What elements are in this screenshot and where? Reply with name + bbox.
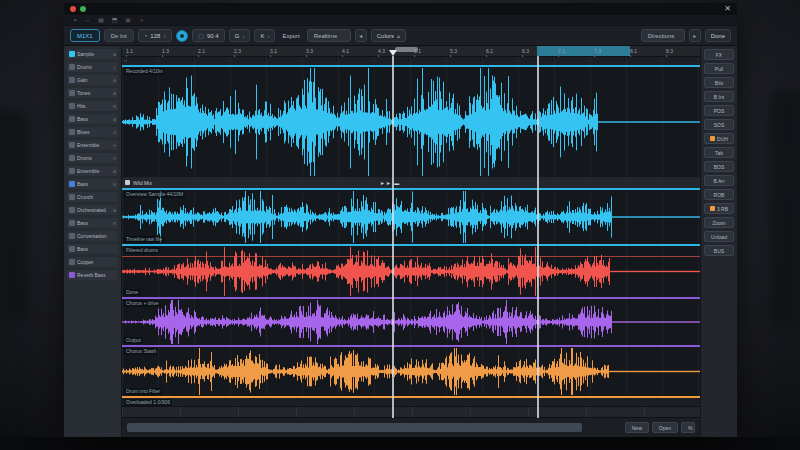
sidebar-item-tones[interactable]: TonesA (66, 87, 119, 99)
track-clip-top-label: Chorus + drive (124, 300, 161, 307)
toolbar-mini-icon[interactable]: ⊞ (125, 17, 130, 23)
window-close-dot[interactable] (70, 6, 76, 12)
quick-icon-row: ▪↔▤⬒⊞＋ (64, 15, 737, 26)
sidebar-item-sample[interactable]: SampleA (66, 48, 119, 60)
sidebar-item-bass[interactable]: BassB (66, 178, 119, 190)
sidebar-item-bass[interactable]: BassA (66, 113, 119, 125)
rail-button-pull[interactable]: Pull (704, 63, 734, 74)
directions-button[interactable]: Directions (641, 29, 685, 42)
horizontal-scrollbar[interactable] (127, 423, 582, 432)
sidebar-item-drums[interactable]: DrumsC (66, 61, 119, 73)
toolbar-mini-icon[interactable]: ▪ (74, 17, 76, 23)
rail-button-label: Bits (715, 80, 723, 86)
ruler-tick-label: 5.1 (414, 48, 421, 54)
track-clip-top-label: Filtered drums (124, 247, 160, 254)
track-clip-orange[interactable]: Chorus Stash Drum into Filter (122, 347, 700, 398)
track-clip-cyan[interactable]: Overview Sample 44/10M Timeline raw file (122, 190, 700, 246)
rail-button-3-rb[interactable]: 3 RB (704, 203, 734, 214)
directions-expand-button[interactable]: ▸ (689, 29, 701, 42)
instrument-icon (69, 272, 75, 278)
waveform-graphic (122, 67, 700, 177)
scale-select[interactable]: K › (254, 29, 275, 42)
sidebar-item-drums[interactable]: DrumsD (66, 152, 119, 164)
open-button[interactable]: Open (652, 422, 678, 433)
track-clip-purple[interactable]: Chorus + drive Output (122, 299, 700, 347)
rail-button-fx[interactable]: FX (704, 49, 734, 60)
sidebar-item-shortcut: C (113, 65, 116, 70)
tempo-stepper-icon[interactable]: ↕ (163, 33, 166, 39)
rail-button-tab[interactable]: Tab (704, 147, 734, 158)
sidebar-item-conversation[interactable]: Conversation (66, 230, 119, 242)
sidebar-item-ensemble[interactable]: EnsembleG (66, 139, 119, 151)
instrument-icon (69, 90, 75, 96)
tempo-control[interactable]: ◔ 128 ↕ (138, 29, 173, 42)
sidebar-item-bass[interactable]: Bass (66, 243, 119, 255)
sidebar-item-shortcut: A (113, 78, 116, 83)
sidebar-item-reverb-bass[interactable]: Reverb Bass (66, 269, 119, 281)
window-minimize-dot[interactable] (80, 6, 86, 12)
sidebar-item-orchestrated[interactable]: OrchestratedA (66, 204, 119, 216)
export-button[interactable]: Export (279, 33, 302, 39)
tab-mix[interactable]: M1X1 (70, 29, 100, 42)
colors-button[interactable]: Colors ▴ (371, 29, 406, 42)
sidebar-item-gain[interactable]: GainA (66, 74, 119, 86)
toolbar-mini-icon[interactable]: ↔ (84, 17, 90, 23)
sidebar-item-shortcut: A (113, 91, 116, 96)
instrument-icon (69, 155, 75, 161)
rail-button-sos[interactable]: SOS (704, 119, 734, 130)
instrument-icon (69, 194, 75, 200)
rail-button-pos[interactable]: POS (704, 105, 734, 116)
sidebar-item-bass[interactable]: BassR (66, 217, 119, 229)
realtime-mode-button[interactable]: ◂ (355, 29, 367, 42)
toolbar-mini-icon[interactable]: ⬒ (112, 17, 118, 23)
track-group-header[interactable]: Wild Mix ►► ▬ (122, 177, 700, 190)
rail-button-rob[interactable]: ROB (704, 189, 734, 200)
toolbar-mini-icon[interactable]: ＋ (139, 17, 145, 23)
rail-button-b-arr[interactable]: B Arr (704, 175, 734, 186)
rail-button-bits[interactable]: Bits (704, 77, 734, 88)
sidebar-item-hits[interactable]: HitsB (66, 100, 119, 112)
scene-row[interactable]: ⌗ (122, 57, 700, 65)
playback-mini-icons[interactable]: ►► ▬ (380, 180, 400, 186)
transport-toolbar: M1X1 De Int ◔ 128 ↕ ▢ 90.4 G ‹ K › Expor… (64, 26, 737, 46)
main-waveform-clip[interactable]: Recorded 4/10m (122, 65, 700, 177)
rail-button-zoom[interactable]: Zoom (704, 217, 734, 228)
timeline-ruler[interactable]: 1.11.32.12.33.13.34.14.35.15.36.16.37.17… (122, 46, 700, 57)
ruler-tick-label: 6.3 (522, 48, 529, 54)
sidebar-item-label: Bass (77, 116, 111, 122)
track-clip-bottom-label: Timeline raw file (124, 236, 164, 243)
instrument-icon (69, 233, 75, 239)
time-display[interactable]: ▢ 90.4 (192, 29, 224, 42)
rail-button-unload[interactable]: Unload (704, 231, 734, 242)
instrument-icon (69, 64, 75, 70)
realtime-field[interactable]: Realtime (307, 29, 351, 42)
loop-button[interactable] (176, 30, 188, 42)
rail-button-b-int[interactable]: B Int (704, 91, 734, 102)
instrument-icon (69, 103, 75, 109)
sidebar-item-shortcut: A (113, 169, 116, 174)
colors-arrow-icon: ▴ (397, 32, 400, 39)
ruler-tick-label: 8.3 (666, 48, 673, 54)
sidebar-item-copper[interactable]: Copper (66, 256, 119, 268)
sidebar-item-blues[interactable]: BluesG (66, 126, 119, 138)
new-button[interactable]: New (625, 422, 649, 433)
sidebar-item-label: Hits (77, 103, 111, 109)
rail-button-duh[interactable]: DUH (704, 133, 734, 144)
rail-button-bus[interactable]: BUS (704, 245, 734, 256)
track-clip-red[interactable]: Filtered drums Done (122, 246, 700, 299)
ruler-loop-selection[interactable] (537, 46, 630, 56)
main-content: SampleADrumsCGainATonesAHitsBBassABluesG… (64, 46, 737, 437)
empty-lane-grid[interactable] (122, 406, 700, 417)
instrument-icon (69, 142, 75, 148)
zoom-percent-button[interactable]: % (681, 422, 695, 433)
done-button[interactable]: Done (705, 29, 731, 42)
sidebar-item-label: Crunch (77, 194, 114, 200)
rail-button-bos[interactable]: BOS (704, 161, 734, 172)
key-select[interactable]: G ‹ (229, 29, 251, 42)
sidebar-item-ensemble[interactable]: EnsembleA (66, 165, 119, 177)
close-icon[interactable]: ✕ (724, 5, 731, 13)
tab-edit[interactable]: De Int (104, 29, 134, 42)
toolbar-mini-icon[interactable]: ▤ (98, 17, 104, 23)
toolbar-right-group: Directions ▸ Done (641, 29, 731, 42)
sidebar-item-crunch[interactable]: Crunch (66, 191, 119, 203)
